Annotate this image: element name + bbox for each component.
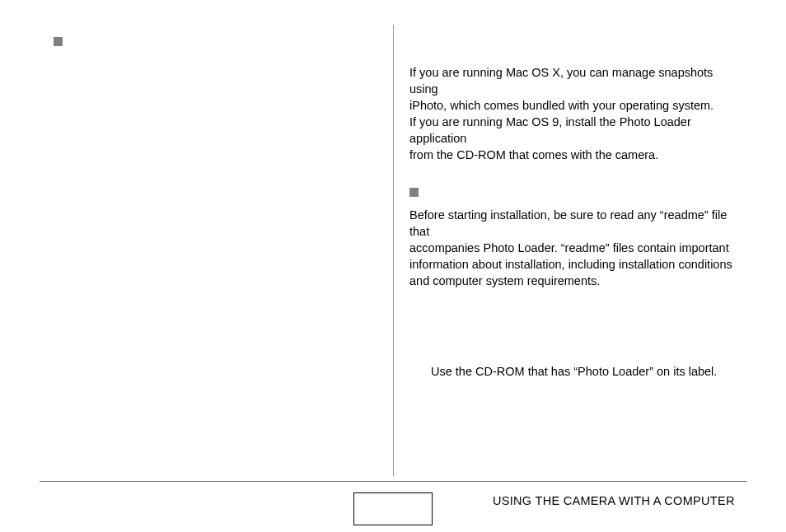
document-page: If you are running Mac OS X, you can man… (0, 0, 786, 532)
left-column (54, 37, 379, 56)
footer-section-title: USING THE CAMERA WITH A COMPUTER (493, 494, 735, 507)
paragraph-os9-line2: from the CD-ROM that comes with the came… (409, 147, 735, 163)
readme-line1: Before starting installation, be sure to… (409, 207, 735, 240)
readme-line2: accompanies Photo Loader. “readme” files… (409, 240, 735, 256)
paragraph-osx-line1: If you are running Mac OS X, you can man… (409, 64, 735, 97)
readme-block: Before starting installation, be sure to… (409, 188, 735, 289)
readme-line3: information about installation, includin… (409, 256, 735, 273)
cdrom-note: Use the CD-ROM that has “Photo Loader” o… (431, 363, 735, 380)
readme-line4: and computer system requirements. (409, 273, 735, 289)
paragraph-os9-line1: If you are running Mac OS 9, install the… (409, 114, 735, 147)
page-number-box (353, 492, 433, 525)
bullet-square-icon (409, 188, 419, 197)
column-divider (393, 25, 394, 476)
paragraph-osx-line2: iPhoto, which comes bundled with your op… (409, 97, 735, 114)
footer-divider (40, 481, 746, 482)
bullet-square-icon (54, 37, 63, 46)
right-column: If you are running Mac OS X, you can man… (409, 64, 735, 380)
